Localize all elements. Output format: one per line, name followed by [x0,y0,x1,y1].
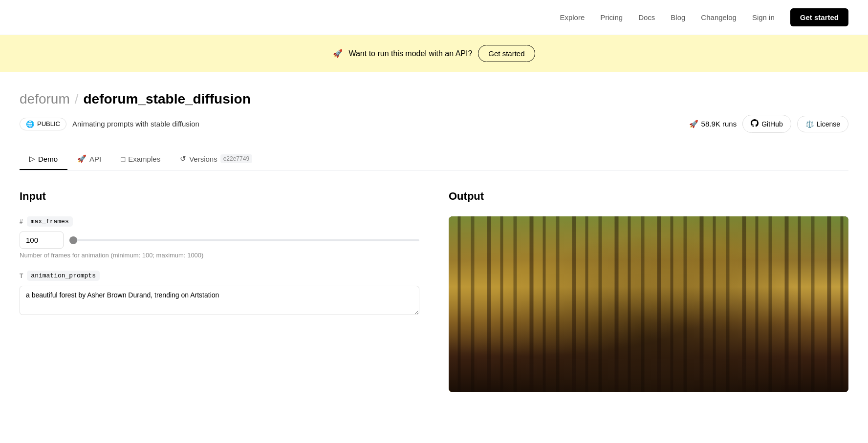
versions-icon: ↺ [180,154,186,163]
banner-emoji: 🚀 [333,49,343,58]
nav-changelog[interactable]: Changelog [701,13,737,21]
github-label: GitHub [761,120,783,128]
max-frames-slider[interactable] [69,239,419,241]
max-frames-label-row: # max_frames [20,216,419,227]
api-icon: 🚀 [77,154,87,163]
tab-examples[interactable]: □ Examples [111,149,170,170]
tab-api-label: API [89,155,101,163]
nav-docs[interactable]: Docs [638,13,655,21]
tab-demo-label: Demo [38,155,58,163]
input-section: Input # max_frames Number of frames for … [20,190,419,392]
namespace-link[interactable]: deforum [20,91,70,107]
runs-count: 🚀 58.9K runs [689,120,737,128]
max-frames-controls [20,232,419,249]
nav-blog[interactable]: Blog [671,13,685,21]
output-section: Output [449,190,848,392]
nav-links: Explore Pricing Docs Blog Changelog Sign… [560,8,848,26]
visibility-badge: 🌐 PUBLIC [20,118,66,130]
max-frames-input[interactable] [20,232,64,249]
version-tag: e22e7749 [220,154,252,163]
nav-explore[interactable]: Explore [560,13,585,21]
runs-count-label: 58.9K runs [701,120,737,128]
model-description: Animating prompts with stable diffusion [72,120,199,128]
play-icon: ▷ [29,154,35,163]
banner-get-started-button[interactable]: Get started [478,45,535,62]
animation-prompts-label-row: T animation_prompts [20,271,419,281]
animation-prompts-name: animation_prompts [27,271,100,281]
meta-right: 🚀 58.9K runs GitHub ⚖️ License [689,115,848,133]
tab-examples-label: Examples [128,155,160,163]
tabs-bar: ▷ Demo 🚀 API □ Examples ↺ Versions e22e7… [20,148,848,170]
github-icon [751,119,759,128]
model-name: deforum_stable_diffusion [84,91,251,107]
tab-versions[interactable]: ↺ Versions e22e7749 [170,148,262,170]
github-button[interactable]: GitHub [742,115,791,133]
meta-row: 🌐 PUBLIC Animating prompts with stable d… [20,115,848,133]
tab-demo[interactable]: ▷ Demo [20,148,67,170]
output-title: Output [449,190,848,203]
content-area: Input # max_frames Number of frames for … [20,190,848,392]
nav-pricing[interactable]: Pricing [600,13,623,21]
rocket-icon: 🚀 [689,120,698,128]
globe-icon: 🌐 [26,120,34,128]
main-content: deforum / deforum_stable_diffusion 🌐 PUB… [0,72,868,392]
max-frames-description: Number of frames for animation (minimum:… [20,252,419,259]
page-title-row: deforum / deforum_stable_diffusion [20,91,848,107]
input-title: Input [20,190,419,203]
max-frames-type: # [20,218,23,225]
animation-prompts-type: T [20,273,23,279]
animation-prompts-field: T animation_prompts a beautiful forest b… [20,271,419,317]
meta-left: 🌐 PUBLIC Animating prompts with stable d… [20,118,199,130]
license-button[interactable]: ⚖️ License [797,116,848,132]
max-frames-field: # max_frames Number of frames for animat… [20,216,419,259]
license-icon: ⚖️ [805,120,814,128]
license-label: License [817,120,840,128]
animation-prompts-textarea[interactable]: a beautiful forest by Asher Brown Durand… [20,286,419,315]
max-frames-name: max_frames [27,216,73,227]
examples-icon: □ [121,155,125,163]
tab-api[interactable]: 🚀 API [67,148,111,170]
output-image-container [449,216,848,392]
navbar: Explore Pricing Docs Blog Changelog Sign… [0,0,868,35]
title-slash: / [75,91,79,107]
banner-text: Want to run this model with an API? [348,49,472,58]
output-image [449,216,848,392]
nav-get-started-button[interactable]: Get started [790,8,848,26]
tab-versions-label: Versions [189,155,217,163]
nav-signin[interactable]: Sign in [752,13,775,21]
promo-banner: 🚀 Want to run this model with an API? Ge… [0,35,868,72]
visibility-label: PUBLIC [37,120,60,127]
